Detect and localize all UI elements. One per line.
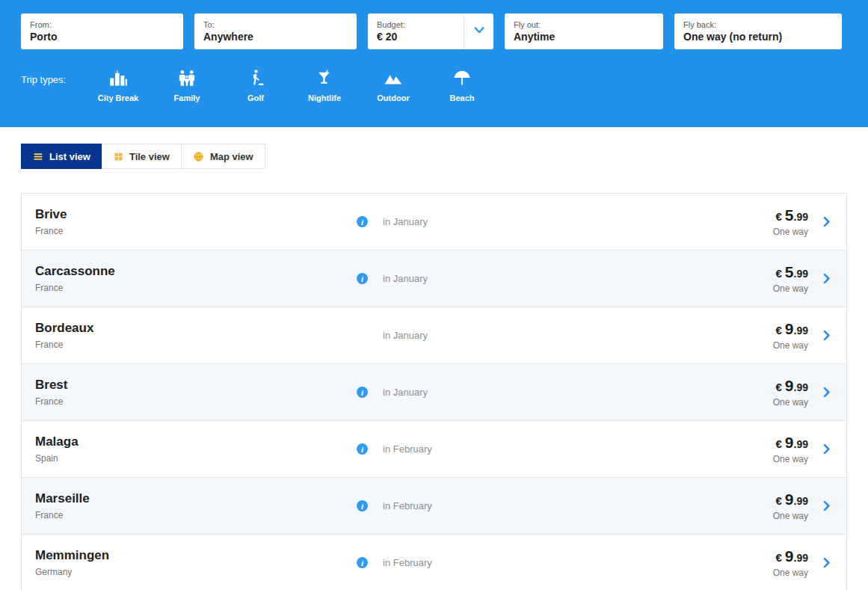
info-icon[interactable] — [357, 557, 368, 568]
search-field-label: To: — [203, 20, 348, 29]
travel-month: in February — [383, 443, 432, 455]
chevron-right-icon[interactable] — [820, 442, 833, 456]
price-decimal: .99 — [794, 325, 808, 337]
travel-month: in January — [383, 273, 428, 284]
destination-country: France — [35, 510, 357, 520]
trip-type-filter[interactable]: Golf — [221, 67, 290, 102]
trip-types-label: Trip types: — [21, 74, 84, 85]
chevron-right-icon[interactable] — [820, 328, 833, 342]
result-row[interactable]: Carcassonne France in January €5.99 One … — [22, 251, 846, 307]
trip-type-label: Golf — [247, 93, 264, 102]
fare-type: One way — [773, 511, 808, 521]
price-whole: 9 — [785, 320, 794, 337]
list-view-icon — [33, 152, 43, 162]
price-whole: 9 — [785, 434, 794, 451]
travel-info-block: in January — [357, 216, 428, 227]
price: €9.99 — [773, 320, 808, 338]
trip-types-row: Trip types: City Break Family Golf Night… — [21, 67, 847, 102]
fare-type: One way — [773, 568, 808, 578]
currency-symbol: € — [776, 437, 782, 450]
currency-symbol: € — [776, 210, 782, 223]
trip-type-filter[interactable]: Family — [153, 67, 221, 102]
travel-info-block: in February — [357, 443, 432, 455]
search-field-main[interactable]: Fly out: Anytime — [505, 13, 663, 49]
price-whole: 9 — [785, 491, 794, 508]
beach-icon — [452, 67, 473, 88]
price-section: €9.99 One way — [773, 491, 833, 521]
search-field-main[interactable]: Fly back: One way (no return) — [674, 13, 842, 49]
nightlife-icon — [316, 67, 334, 88]
search-fields-row: From: Porto To: Anywhere Budget: € 20 — [21, 13, 847, 49]
result-row[interactable]: Brest France in January €9.99 One way — [22, 364, 846, 421]
price-section: €5.99 One way — [773, 263, 833, 294]
golf-icon — [246, 67, 265, 88]
destination-city: Carcassonne — [35, 264, 357, 279]
chevron-right-icon[interactable] — [820, 499, 833, 513]
outdoor-icon — [382, 67, 404, 88]
info-icon[interactable] — [357, 387, 368, 398]
destination-country: France — [35, 226, 357, 236]
search-field[interactable]: Fly back: One way (no return) — [674, 13, 842, 49]
trip-type-filter[interactable]: Beach — [428, 67, 496, 102]
info-icon[interactable] — [357, 443, 368, 455]
map-view-icon — [193, 151, 204, 162]
destination-city: Brive — [35, 207, 357, 222]
destination-country: Germany — [35, 567, 357, 577]
search-field[interactable]: Budget: € 20 — [368, 13, 493, 49]
price-block: €9.99 One way — [773, 377, 808, 408]
destination-block: Brive France — [35, 207, 357, 236]
chevron-right-icon[interactable] — [820, 215, 833, 229]
destination-city: Memmingen — [35, 548, 357, 563]
search-field[interactable]: Fly out: Anytime — [505, 13, 663, 49]
results-list: Brive France in January €5.99 One way — [21, 193, 847, 590]
search-field[interactable]: From: Porto — [21, 13, 183, 49]
price-whole: 9 — [785, 377, 794, 394]
destination-block: Malaga Spain — [35, 434, 357, 464]
info-icon[interactable] — [357, 500, 368, 511]
trip-type-label: Family — [174, 93, 200, 102]
result-row[interactable]: Malaga Spain in February €9.99 One way — [22, 421, 846, 478]
price-block: €5.99 One way — [773, 263, 808, 294]
trip-type-filter[interactable]: City Break — [84, 67, 153, 102]
view-tab[interactable]: Map view — [181, 144, 265, 169]
trip-type-label: Nightlife — [308, 93, 341, 102]
family-icon — [176, 67, 197, 88]
chevron-down-icon — [473, 23, 486, 40]
search-field-main[interactable]: To: Anywhere — [194, 13, 357, 49]
chevron-right-icon[interactable] — [820, 556, 833, 570]
destination-country: France — [35, 396, 357, 407]
search-header: From: Porto To: Anywhere Budget: € 20 — [0, 0, 868, 127]
result-row[interactable]: Bordeaux France in January €9.99 One way — [22, 307, 846, 364]
destination-city: Malaga — [35, 434, 357, 449]
search-field[interactable]: To: Anywhere — [194, 13, 357, 49]
search-field-main[interactable]: Budget: € 20 — [368, 13, 464, 49]
view-tab[interactable]: Tile view — [102, 144, 182, 169]
price-section: €9.99 One way — [773, 377, 833, 408]
search-field-label: Budget: — [377, 20, 455, 29]
trip-type-filter[interactable]: Outdoor — [359, 67, 428, 102]
tile-view-icon — [114, 152, 123, 162]
view-tabs: List view Tile view Map view — [21, 144, 847, 169]
trip-type-filter[interactable]: Nightlife — [290, 67, 359, 102]
view-tab[interactable]: List view — [21, 144, 102, 169]
result-row[interactable]: Marseille France in February €9.99 One w… — [22, 478, 846, 535]
price-block: €9.99 One way — [773, 434, 808, 464]
travel-info-block: in February — [357, 500, 432, 511]
travel-info-block: in January — [357, 273, 428, 284]
trip-type-label: Outdoor — [377, 93, 409, 102]
destination-block: Marseille France — [35, 491, 357, 520]
result-row[interactable]: Brive France in January €5.99 One way — [22, 194, 846, 251]
result-row[interactable]: Memmingen Germany in February €9.99 One … — [22, 535, 846, 590]
info-icon[interactable] — [357, 216, 368, 227]
dropdown-button[interactable] — [464, 13, 493, 49]
destination-country: France — [35, 339, 357, 350]
chevron-right-icon[interactable] — [820, 385, 833, 399]
travel-month: in January — [383, 330, 428, 341]
price-section: €9.99 One way — [773, 320, 833, 351]
fare-type: One way — [773, 454, 808, 464]
info-icon[interactable] — [357, 273, 368, 284]
price-section: €9.99 One way — [773, 547, 833, 578]
chevron-right-icon[interactable] — [820, 271, 833, 286]
search-field-main[interactable]: From: Porto — [21, 13, 183, 49]
price-block: €9.99 One way — [773, 547, 808, 578]
